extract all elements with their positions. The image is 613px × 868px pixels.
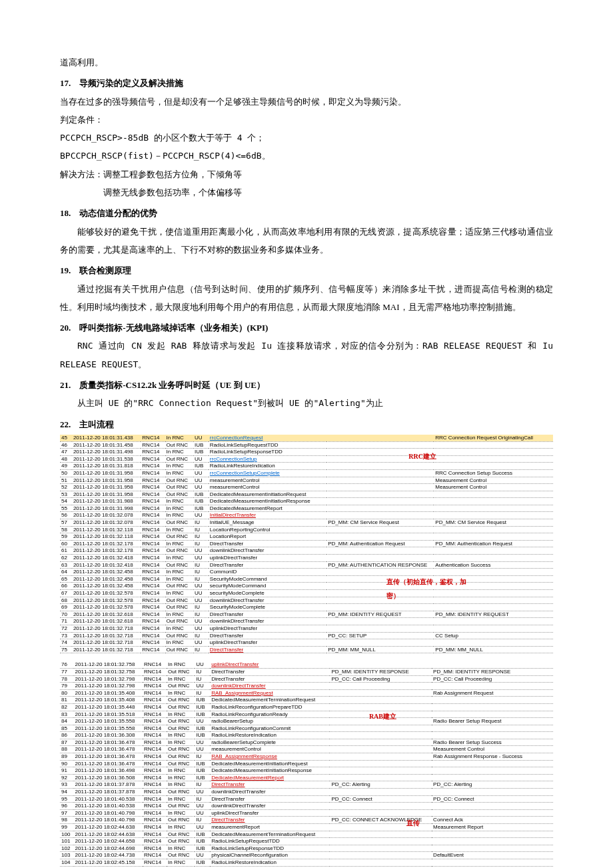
table-row: 492011-12-20 18:01:31.818RNC14In RNCIUBR…: [60, 463, 553, 470]
s17-p6: 调整无线参数包括功率，个体偏移等: [60, 183, 553, 201]
s17-p3: PCCPCH_RSCP>-85dB 的小区个数大于等于 4 个；: [60, 129, 553, 147]
table-row: 862011-12-20 18:01:36.308RNC14In RNCIUBR…: [60, 732, 553, 739]
table-row: 912011-12-20 18:01:36.498RNC14In RNCIUBD…: [60, 767, 553, 775]
s17-p1: 当存在过多的强导频信号，但是却没有一个足够强主导频信号的时候，即定义为导频污染。: [60, 93, 553, 111]
table-row: 782011-12-20 18:01:32.798RNC14In RNCIUDi…: [60, 675, 553, 683]
table-row: 1022011-12-20 18:02:44.698RNC14In RNCIUB…: [60, 845, 553, 852]
table-row: 752011-12-20 18:01:32.718RNC14Out RNCIUD…: [60, 646, 553, 653]
table-row: 972011-12-20 18:01:40.798RNC14In RNCUUup…: [60, 809, 553, 817]
table-row: 802011-12-20 18:01:35.408RNC14In RNCIURA…: [60, 689, 553, 697]
table-row: 822011-12-20 18:01:35.448RNC14Out RNCIUB…: [60, 703, 553, 711]
intro-line: 道高利用。: [60, 53, 553, 71]
table-row: 1042011-12-20 18:02:45.158RNC14In RNCIUB…: [60, 859, 553, 866]
table-row: 572011-12-20 18:01:32.078RNC14Out RNCIUI…: [60, 519, 553, 527]
table-row: 952011-12-20 18:01:40.538RNC14In RNCIUDi…: [60, 795, 553, 803]
table-row: 872011-12-20 18:01:36.478RNC14In RNCUUra…: [60, 739, 553, 746]
table-row: 962011-12-20 18:01:40.538RNC14Out RNCUUd…: [60, 803, 553, 810]
s17-p2: 判定条件：: [60, 111, 553, 129]
annot-rrc: RRC建立: [408, 449, 436, 463]
table-row: 712011-12-20 18:01:32.618RNC14Out RNCUUd…: [60, 618, 553, 625]
table-row: 682011-12-20 18:01:32.578RNC14Out RNCUUd…: [60, 597, 553, 604]
section-19-title: 19. 联合检测原理: [60, 261, 553, 279]
table-row: 762011-12-20 18:01:32.758RNC14In RNCUUup…: [60, 661, 553, 668]
table-row: 812011-12-20 18:01:35.408RNC14Out RNCIUB…: [60, 697, 553, 704]
annot-rab: RAB建立: [369, 709, 396, 723]
table-row: 1032011-12-20 18:02:44.738RNC14Out RNCUU…: [60, 852, 553, 859]
table-row: 932011-12-20 18:01:37.878RNC14In RNCIUDi…: [60, 781, 553, 789]
s21-p1: 从主叫 UE 的"RRC Connection Request"到被叫 UE 的…: [60, 394, 553, 412]
table-row: 982011-12-20 18:01:40.798RNC14Out RNCIUD…: [60, 817, 553, 824]
table-row: 892011-12-20 18:01:36.478RNC14Out RNCIUR…: [60, 753, 553, 761]
table-row: 922011-12-20 18:01:36.508RNC14In RNCIUBD…: [60, 774, 553, 781]
table-row: 512011-12-20 18:01:31.958RNC14Out RNCUUm…: [60, 477, 553, 484]
table-row: 622011-12-20 18:01:32.418RNC14In RNCUUup…: [60, 555, 553, 562]
table-row: 642011-12-20 18:01:32.458RNC14In RNCIUCo…: [60, 569, 553, 576]
table-row: 652011-12-20 18:01:32.458RNC14In RNCIUSe…: [60, 575, 553, 583]
table-row: 792011-12-20 18:01:32.798RNC14Out RNCUUd…: [60, 683, 553, 690]
table-row: 852011-12-20 18:01:35.558RNC14Out RNCIUB…: [60, 725, 553, 732]
s17-p5: 解决方法：调整工程参数包括方位角，下倾角等: [60, 165, 553, 183]
table-row: 602011-12-20 18:01:32.178RNC14In RNCIUDi…: [60, 540, 553, 547]
table-row: 462011-12-20 18:01:31.458RNC14Out RNCIUB…: [60, 441, 553, 449]
table-row: 592011-12-20 18:01:32.118RNC14Out RNCIUL…: [60, 533, 553, 541]
table-row: 992011-12-20 18:02:44.638RNC14In RNCUUme…: [60, 824, 553, 831]
table-row: 722011-12-20 18:01:32.718RNC14In RNCUUup…: [60, 625, 553, 632]
table-row: 882011-12-20 18:01:36.478RNC14Out RNCUUm…: [60, 746, 553, 753]
table-row: 772011-12-20 18:01:32.758RNC14Out RNCIUD…: [60, 668, 553, 675]
table-row: 522011-12-20 18:01:31.958RNC14Out RNCUUm…: [60, 484, 553, 491]
table-row: 942011-12-20 18:01:37.878RNC14Out RNCUUd…: [60, 789, 553, 796]
table-row: 692011-12-20 18:01:32.578RNC14Out RNCIUS…: [60, 604, 553, 611]
table-row: 482011-12-20 18:01:31.538RNC14Out RNCUUr…: [60, 455, 553, 463]
table-row: 532011-12-20 18:01:31.958RNC14Out RNCIUB…: [60, 491, 553, 498]
table-row: 582011-12-20 18:01:32.118RNC14In RNCIULo…: [60, 526, 553, 533]
signaling-table-a-wrap: RRC建立 直传（初始直传，鉴权，加密） 452011-12-20 18:01:…: [60, 435, 553, 653]
table-row: 632011-12-20 18:01:32.418RNC14Out RNCIUD…: [60, 561, 553, 569]
table-row: 1002011-12-20 18:02:44.638RNC14Out RNCIU…: [60, 831, 553, 838]
table-row: 612011-12-20 18:01:32.178RNC14Out RNCUUd…: [60, 547, 553, 555]
annot-dt2: 直传: [406, 816, 420, 830]
table-row: 552011-12-20 18:01:31.998RNC14In RNCIUBD…: [60, 505, 553, 512]
table-row: 902011-12-20 18:01:36.478RNC14Out RNCIUB…: [60, 760, 553, 767]
table-row: 472011-12-20 18:01:31.498RNC14In RNCIUBR…: [60, 449, 553, 456]
s17-p4: BPCCPCH_RSCP(fist)－PCCPCH_RSCP(4)<=6dB。: [60, 147, 553, 165]
table-row: 662011-12-20 18:01:32.458RNC14Out RNCUUs…: [60, 583, 553, 590]
s18-p1: 能够较好的避免干扰，使信道重用距离最小化，从而高效率地利用有限的无线资源，提高系…: [60, 223, 553, 259]
table-row: 672011-12-20 18:01:32.578RNC14In RNCUUse…: [60, 590, 553, 597]
table-row: 542011-12-20 18:01:31.988RNC14In RNCIUBD…: [60, 498, 553, 505]
s19-p1: 通过挖掘有关干扰用户信息（信号到达时间、使用的扩频序列、信号幅度等）来消除多址干…: [60, 280, 553, 317]
annot-dt: 直传（初始直传，鉴权，加密）: [386, 575, 473, 603]
section-22-title: 22. 主叫流程: [60, 415, 553, 433]
s20-p1: RNC 通过向 CN 发起 RAB 释放请求与发起 Iu 连接释放请求，对应的信…: [60, 337, 553, 373]
section-17-title: 17. 导频污染的定义及解决措施: [60, 74, 553, 92]
section-20-title: 20. 呼叫类指标-无线电路域掉话率（业务相关）(KPI): [60, 319, 553, 337]
table-row: 562011-12-20 18:01:32.078RNC14In RNCUUIn…: [60, 512, 553, 519]
table-row: 1012011-12-20 18:02:44.658RNC14Out RNCIU…: [60, 838, 553, 845]
table-row: 502011-12-20 18:01:31.958RNC14In RNCUUrr…: [60, 469, 553, 477]
section-18-title: 18. 动态信道分配的优势: [60, 204, 553, 222]
signaling-table-a: 452011-12-20 18:01:31.438RNC14In RNCUUrr…: [60, 435, 553, 653]
signaling-table-b-wrap: RAB建立 直传 762011-12-20 18:01:32.758RNC14I…: [60, 661, 553, 868]
table-row: 702011-12-20 18:01:32.618RNC14In RNCIUDi…: [60, 611, 553, 618]
table-row: 842011-12-20 18:01:35.558RNC14Out RNCUUr…: [60, 718, 553, 725]
table-row: 742011-12-20 18:01:32.718RNC14In RNCUUup…: [60, 639, 553, 647]
table-row: 732011-12-20 18:01:32.718RNC14Out RNCIUD…: [60, 632, 553, 639]
table-row: 452011-12-20 18:01:31.438RNC14In RNCUUrr…: [60, 435, 553, 441]
table-row: 832011-12-20 18:01:35.518RNC14In RNCIUBR…: [60, 711, 553, 718]
signaling-table-b: 762011-12-20 18:01:32.758RNC14In RNCUUup…: [60, 661, 553, 868]
section-21-title: 21. 质量类指标-CS12.2k 业务呼叫时延（UE 到 UE）: [60, 376, 553, 394]
